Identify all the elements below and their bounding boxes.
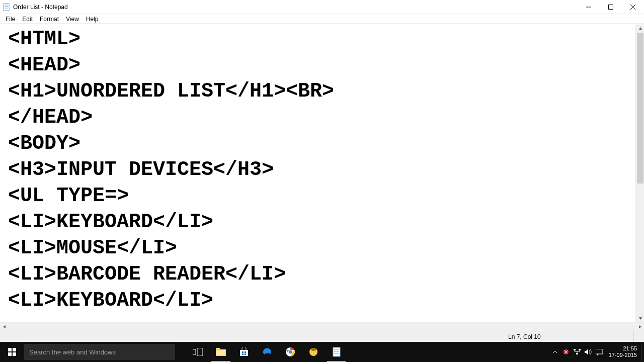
tray-time: 21:55 — [609, 345, 637, 352]
svg-marker-8 — [639, 27, 642, 30]
status-cursor-position: Ln 7, Col 10 — [503, 331, 633, 342]
svg-rect-15 — [13, 352, 16, 356]
menu-bar: File Edit Format View Help — [0, 14, 644, 24]
svg-rect-23 — [242, 353, 244, 355]
tray-date: 17-09-2015 — [609, 352, 637, 358]
taskbar-search-placeholder: Search the web and Windows — [29, 348, 116, 356]
scroll-up-arrow-icon[interactable] — [636, 24, 644, 33]
menu-format[interactable]: Format — [36, 15, 62, 24]
svg-point-28 — [311, 348, 316, 351]
notepad-app-icon — [3, 3, 11, 11]
text-editor[interactable]: <HTML> <HEAD> <H1>UNORDERED LIST</H1><BR… — [0, 24, 635, 322]
menu-help[interactable]: Help — [83, 15, 102, 24]
svg-rect-20 — [240, 350, 248, 356]
title-bar: Order List - Notepad — [0, 0, 644, 14]
task-view-button[interactable] — [186, 342, 209, 362]
tray-show-hidden-icon[interactable] — [549, 342, 560, 362]
tray-action-center-icon[interactable] — [594, 342, 605, 362]
svg-rect-22 — [245, 351, 246, 353]
taskbar-store[interactable] — [232, 342, 256, 362]
tray-network-icon[interactable] — [572, 342, 583, 362]
windows-logo-icon — [8, 348, 16, 356]
svg-rect-29 — [333, 347, 340, 356]
show-desktop-button[interactable] — [641, 342, 644, 362]
editor-body: <HTML> <HEAD> <H1>UNORDERED LIST</H1><BR… — [0, 24, 644, 322]
svg-rect-36 — [576, 353, 578, 354]
status-resize-grip[interactable] — [633, 331, 644, 342]
svg-rect-37 — [574, 349, 576, 350]
svg-rect-18 — [216, 349, 226, 356]
vertical-scroll-thumb[interactable] — [637, 33, 643, 184]
svg-marker-10 — [3, 325, 6, 328]
taskbar-edge[interactable] — [256, 342, 279, 362]
menu-edit[interactable]: Edit — [19, 15, 36, 24]
svg-rect-0 — [4, 4, 9, 11]
window-title: Order List - Notepad — [13, 4, 68, 11]
svg-rect-14 — [8, 352, 12, 356]
svg-rect-24 — [245, 353, 246, 355]
svg-marker-11 — [639, 325, 641, 328]
scroll-right-arrow-icon[interactable] — [635, 323, 644, 331]
svg-rect-17 — [197, 348, 203, 356]
svg-point-26 — [288, 350, 292, 354]
status-bar: Ln 7, Col 10 — [0, 331, 644, 342]
svg-marker-9 — [639, 317, 642, 320]
menu-view[interactable]: View — [62, 15, 83, 24]
taskbar: Search the web and Windows — [0, 342, 644, 362]
svg-rect-21 — [242, 351, 244, 353]
svg-rect-5 — [609, 5, 613, 9]
svg-rect-44 — [596, 349, 603, 354]
scroll-left-arrow-icon[interactable] — [0, 323, 9, 331]
svg-marker-43 — [585, 349, 588, 355]
horizontal-scrollbar[interactable] — [0, 322, 644, 331]
vertical-scrollbar[interactable] — [635, 24, 644, 322]
notepad-window: Order List - Notepad File Edit Format Vi… — [0, 0, 644, 362]
taskbar-file-explorer[interactable] — [209, 342, 232, 362]
taskbar-notepad[interactable] — [325, 342, 348, 362]
menu-file[interactable]: File — [2, 15, 19, 24]
start-button[interactable] — [0, 342, 24, 362]
taskbar-app-yellow[interactable] — [302, 342, 325, 362]
svg-rect-13 — [13, 348, 16, 351]
tray-clock[interactable]: 21:55 17-09-2015 — [605, 345, 641, 358]
svg-rect-38 — [579, 349, 581, 350]
svg-rect-16 — [193, 349, 196, 354]
svg-rect-12 — [8, 348, 12, 351]
maximize-button[interactable] — [600, 0, 622, 14]
svg-rect-19 — [216, 348, 220, 350]
close-button[interactable] — [622, 0, 644, 14]
system-tray: 21:55 17-09-2015 — [549, 342, 644, 362]
editor-wrap: <HTML> <HEAD> <H1>UNORDERED LIST</H1><BR… — [0, 24, 644, 331]
tray-security-icon[interactable] — [560, 342, 572, 362]
taskbar-chrome[interactable] — [279, 342, 302, 362]
tray-volume-icon[interactable] — [583, 342, 594, 362]
minimize-button[interactable] — [578, 0, 600, 14]
scroll-down-arrow-icon[interactable] — [636, 314, 644, 322]
taskbar-search[interactable]: Search the web and Windows — [24, 344, 175, 360]
